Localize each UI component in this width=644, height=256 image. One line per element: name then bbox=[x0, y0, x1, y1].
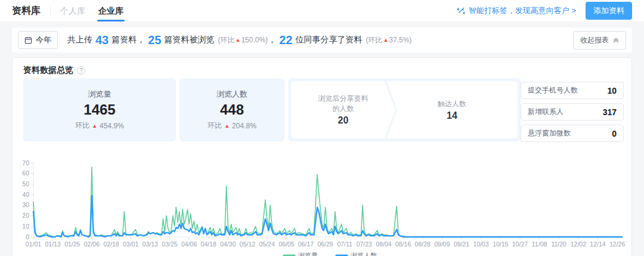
y-tick-label: 40 bbox=[22, 191, 29, 198]
x-tick-label: 06/05 bbox=[278, 240, 294, 248]
side-value: 317 bbox=[603, 107, 617, 117]
smart-tag-link-label: 智能打标签，发现高意向客户 > bbox=[469, 5, 576, 16]
compare-label: 环比 bbox=[208, 121, 222, 131]
trend-chart-svg: 01020304050607001/0101/1301/2502/0602/18… bbox=[13, 153, 633, 256]
side-row-phone-submits: 提交手机号人数 10 bbox=[521, 82, 624, 99]
up-arrow-icon: ▲ bbox=[383, 37, 388, 43]
x-tick-label: 02/18 bbox=[103, 240, 119, 248]
x-tick-label: 04/30 bbox=[220, 240, 236, 248]
funnel-step-reach: 触达人数 14 bbox=[386, 81, 518, 138]
x-tick-label: 04/06 bbox=[181, 240, 197, 248]
shared-compare: (环比 ▲ 37.5%) bbox=[366, 35, 411, 45]
y-tick-label: 60 bbox=[22, 169, 29, 177]
up-arrow-icon: ▲ bbox=[224, 123, 230, 129]
data-overview-panel: 资料数据总览 ? 浏览量 1465 环比 ▲ 454.9% 浏览人数 448 环… bbox=[12, 57, 632, 256]
x-tick-label: 09/09 bbox=[434, 240, 450, 248]
stat-card-views: 浏览量 1465 环比 ▲ 454.9% bbox=[23, 78, 176, 141]
viewed-compare-value: 150.0%) bbox=[241, 36, 268, 44]
series-line-viewers bbox=[33, 196, 622, 237]
comma-text: ， bbox=[268, 35, 276, 45]
x-tick-label: 08/04 bbox=[376, 240, 391, 248]
viewed-compare-prefix: (环比 bbox=[218, 35, 235, 45]
x-tick-label: 03/13 bbox=[143, 240, 158, 248]
chevron-double-up-icon bbox=[613, 37, 619, 43]
y-tick-label: 20 bbox=[22, 212, 29, 219]
tab-enterprise-library[interactable]: 企业库 bbox=[98, 0, 123, 21]
y-tick-label: 70 bbox=[22, 159, 29, 166]
x-tick-label: 08/28 bbox=[415, 240, 431, 248]
page-title: 资料库 bbox=[12, 5, 41, 17]
x-tick-label: 05/24 bbox=[259, 240, 275, 248]
x-tick-label: 10/03 bbox=[473, 240, 489, 248]
collapse-report-button[interactable]: 收起报表 bbox=[573, 31, 626, 50]
y-tick-label: 10 bbox=[22, 223, 29, 230]
upload-label: 共上传 bbox=[67, 35, 92, 45]
up-arrow-icon: ▲ bbox=[236, 37, 241, 43]
side-label: 悬浮窗加微数 bbox=[528, 128, 571, 138]
panel-title: 资料数据总览 bbox=[23, 65, 73, 76]
x-tick-label: 06/29 bbox=[317, 240, 333, 248]
side-label: 提交手机号人数 bbox=[528, 85, 578, 95]
shared-compare-value: 37.5%) bbox=[389, 36, 411, 44]
x-tick-label: 10/27 bbox=[512, 240, 528, 248]
funnel-label: 触达人数 bbox=[438, 99, 466, 109]
viewed-label: 篇资料被浏览 bbox=[165, 35, 215, 45]
stat-compare: 环比 ▲ 204.8% bbox=[208, 121, 256, 131]
side-value: 10 bbox=[607, 86, 617, 95]
stat-value: 1465 bbox=[83, 101, 115, 118]
legend-label: 浏览量 bbox=[298, 252, 318, 256]
period-label: 今年 bbox=[36, 35, 51, 45]
x-tick-label: 09/21 bbox=[454, 240, 469, 248]
add-material-button[interactable]: 添加资料 bbox=[586, 2, 632, 20]
header: 资料库 个人库 企业库 智能打标签，发现高意向客户 > 添加资料 bbox=[0, 0, 644, 21]
stat-card-viewers: 浏览人数 448 环比 ▲ 204.8% bbox=[179, 78, 284, 141]
viewed-count: 25 bbox=[148, 33, 161, 47]
trend-chart: 01020304050607001/0101/1301/2502/0602/18… bbox=[13, 153, 633, 256]
smart-tag-link[interactable]: 智能打标签，发现高意向客户 > bbox=[457, 5, 576, 16]
funnel-label: 浏览后分享资料 bbox=[318, 94, 369, 104]
calendar-icon bbox=[24, 36, 32, 44]
header-actions: 智能打标签，发现高意向客户 > 添加资料 bbox=[457, 2, 632, 20]
y-tick-label: 30 bbox=[22, 201, 29, 208]
x-tick-label: 01/25 bbox=[64, 240, 80, 248]
side-row-widget-adds: 悬浮窗加微数 0 bbox=[521, 125, 624, 142]
upload-label-post: 篇资料， bbox=[112, 35, 145, 45]
summary-toolbar: 今年 共上传 43 篇资料， 25 篇资料被浏览 (环比 ▲ 150.0%) ，… bbox=[12, 27, 632, 53]
x-tick-label: 12/26 bbox=[609, 240, 625, 248]
x-tick-label: 12/14 bbox=[590, 240, 605, 248]
stat-label: 浏览量 bbox=[88, 89, 112, 100]
x-tick-label: 02/06 bbox=[84, 240, 100, 248]
period-selector[interactable]: 今年 bbox=[18, 31, 58, 49]
side-value: 0 bbox=[612, 129, 617, 138]
x-tick-label: 01/01 bbox=[26, 240, 41, 248]
y-tick-label: 0 bbox=[26, 233, 29, 240]
compare-label: 环比 bbox=[75, 121, 89, 131]
shared-count: 22 bbox=[279, 33, 292, 47]
divider bbox=[50, 7, 51, 15]
side-row-new-contacts: 新增联系人 317 bbox=[521, 103, 624, 121]
x-tick-label: 11/08 bbox=[532, 240, 547, 248]
stat-label: 浏览人数 bbox=[216, 89, 247, 100]
help-icon[interactable]: ? bbox=[77, 66, 85, 75]
x-tick-label: 03/01 bbox=[123, 240, 138, 248]
y-tick-label: 50 bbox=[22, 180, 29, 187]
collapse-report-label: 收起报表 bbox=[580, 35, 609, 45]
x-tick-label: 06/17 bbox=[298, 240, 314, 248]
side-label: 新增联系人 bbox=[528, 107, 564, 117]
up-arrow-icon: ▲ bbox=[92, 123, 97, 129]
legend-label: 浏览人数 bbox=[350, 252, 377, 256]
upload-count: 43 bbox=[95, 33, 109, 47]
shared-compare-prefix: (环比 bbox=[366, 35, 382, 45]
x-tick-label: 12/02 bbox=[571, 240, 586, 248]
funnel-step-share: 浏览后分享资料 的人数 20 bbox=[291, 81, 395, 138]
side-stats: 提交手机号人数 10 新增联系人 317 悬浮窗加微数 0 bbox=[521, 82, 624, 146]
summary-text: 共上传 43 篇资料， 25 篇资料被浏览 (环比 ▲ 150.0%) ， 22… bbox=[67, 33, 411, 47]
tab-personal-library[interactable]: 个人库 bbox=[60, 0, 85, 21]
funnel-value: 14 bbox=[447, 110, 457, 121]
x-tick-label: 10/15 bbox=[493, 240, 508, 248]
x-tick-label: 08/16 bbox=[395, 240, 411, 248]
x-tick-label: 05/12 bbox=[240, 240, 255, 248]
compare-value: 454.9% bbox=[100, 122, 124, 130]
funnel-label-line2: 的人数 bbox=[333, 104, 354, 114]
x-tick-label: 07/11 bbox=[337, 240, 352, 248]
